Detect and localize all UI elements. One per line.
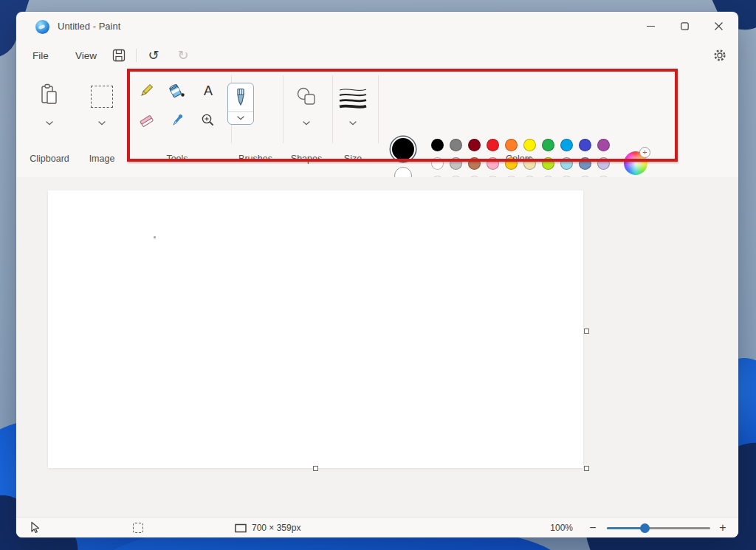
canvas-size-indicator: 700 × 359px: [235, 518, 300, 537]
undo-button[interactable]: ↺: [141, 45, 166, 66]
zoom-slider-fill: [607, 527, 645, 529]
canvas-size-icon: [235, 523, 247, 533]
canvas-dot: [154, 236, 156, 238]
maximize-icon: [681, 22, 689, 30]
clipboard-group-label: Clipboard: [30, 154, 69, 164]
zoom-slider-thumb[interactable]: [640, 523, 650, 533]
maximize-button[interactable]: [667, 13, 701, 38]
image-group-label: Image: [89, 154, 115, 164]
settings-button[interactable]: [707, 45, 732, 66]
redo-icon: ↻: [177, 47, 188, 63]
chevron-down-icon: [98, 121, 106, 126]
close-icon: [715, 22, 723, 30]
zoom-out-button[interactable]: −: [583, 519, 602, 537]
paint-app-icon: [35, 20, 49, 34]
menu-file[interactable]: File: [24, 46, 58, 66]
paste-button[interactable]: [38, 83, 61, 115]
select-button[interactable]: [91, 86, 113, 108]
gear-icon: [713, 49, 726, 62]
zoom-slider[interactable]: [607, 527, 710, 529]
canvas-background: [16, 177, 738, 517]
selection-icon: [91, 86, 113, 108]
canvas-resize-handle-right[interactable]: [584, 329, 589, 334]
drawing-canvas[interactable]: [48, 190, 583, 468]
zoom-level-text: 100%: [542, 523, 573, 533]
titlebar: Untitled - Paint: [16, 12, 738, 41]
zoom-in-button[interactable]: +: [713, 519, 732, 537]
save-icon: [112, 49, 126, 62]
chevron-down-icon: [46, 121, 53, 126]
selection-size-icon: [133, 523, 143, 533]
undo-icon: ↺: [148, 47, 159, 63]
window-title: Untitled - Paint: [58, 21, 120, 32]
statusbar: 700 × 359px 100% − +: [16, 517, 738, 537]
redo-button[interactable]: ↻: [171, 45, 196, 66]
minimize-icon: [647, 22, 655, 30]
menubar: File View ↺ ↻: [16, 41, 738, 69]
clipboard-icon: [38, 83, 61, 112]
menubar-separator: [136, 49, 137, 62]
annotation-rectangle: [127, 69, 678, 162]
close-button[interactable]: [701, 13, 735, 38]
minimize-button[interactable]: [633, 13, 667, 38]
clipboard-dropdown[interactable]: [46, 115, 53, 128]
canvas-resize-handle-corner[interactable]: [584, 466, 589, 471]
image-dropdown[interactable]: [98, 115, 106, 128]
menu-view[interactable]: View: [66, 46, 106, 66]
save-button[interactable]: [106, 45, 131, 66]
cursor-position-icon: [30, 521, 40, 534]
canvas-size-text: 700 × 359px: [252, 523, 300, 533]
canvas-resize-handle-bottom[interactable]: [313, 466, 318, 471]
